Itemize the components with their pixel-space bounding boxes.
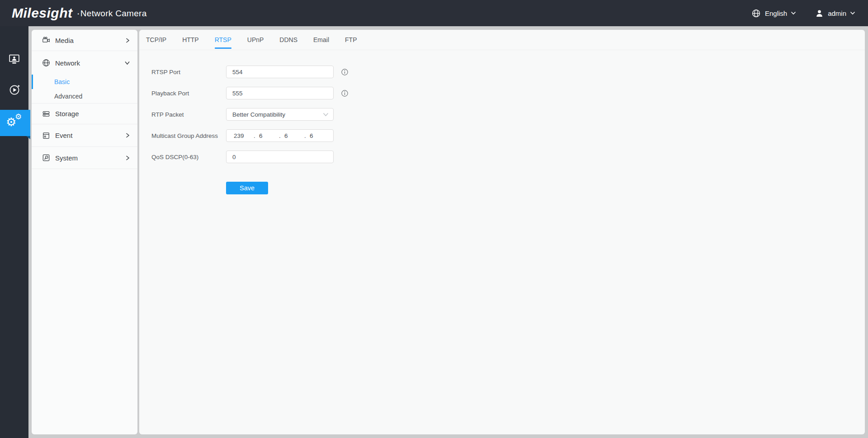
tab-ftp[interactable]: FTP: [345, 30, 357, 50]
ip-dot: .: [278, 132, 282, 139]
camera-admin-screen: Milesight · Network Camera English: [0, 0, 868, 438]
form-row-rtp-packet: RTP Packet Better Compatibility: [151, 108, 865, 121]
tab-tcpip[interactable]: TCP/IP: [146, 30, 166, 50]
form-row-rtsp-port: RTSP Port: [151, 66, 865, 78]
language-dropdown[interactable]: English: [751, 9, 796, 18]
qos-dscp-input[interactable]: [226, 151, 334, 163]
ip-octet-1[interactable]: 239: [231, 132, 253, 139]
chevron-right-icon: [125, 155, 130, 161]
ip-dot: .: [303, 132, 307, 139]
tab-email[interactable]: Email: [313, 30, 329, 50]
chevron-down-icon: [124, 60, 130, 66]
settings-nav-active[interactable]: ⚙ ⚙: [0, 110, 30, 136]
storage-icon: [42, 109, 51, 118]
icon-rail: [0, 26, 28, 438]
milesight-logo: Milesight: [12, 6, 73, 20]
multicast-ip-input[interactable]: 239 . 6 . 6 . 6: [226, 129, 334, 142]
playback-port-input[interactable]: [226, 87, 334, 99]
caret-down-icon: [850, 11, 855, 15]
user-dropdown[interactable]: admin: [815, 9, 855, 18]
topbar: Milesight · Network Camera English: [0, 0, 868, 26]
field-label: Playback Port: [151, 90, 226, 97]
form-row-qos-dscp: QoS DSCP(0-63): [151, 151, 865, 163]
caret-down-icon: [791, 11, 796, 15]
sidebar-subitem-label: Advanced: [54, 93, 82, 100]
tab-ddns[interactable]: DDNS: [279, 30, 297, 50]
field-label: RTSP Port: [151, 69, 226, 75]
info-icon[interactable]: [341, 69, 348, 75]
user-label: admin: [828, 9, 846, 17]
language-label: English: [765, 9, 787, 17]
system-icon: [42, 153, 51, 162]
ip-octet-3[interactable]: 6: [282, 132, 303, 139]
playback-icon[interactable]: [0, 79, 28, 101]
globe-icon: [751, 9, 761, 18]
sidebar-item-system[interactable]: System: [32, 147, 137, 169]
network-globe-icon: [42, 58, 51, 67]
user-icon: [815, 9, 824, 18]
product-title: Network Camera: [80, 9, 147, 19]
tab-http[interactable]: HTTP: [182, 30, 199, 50]
sidebar-item-network[interactable]: Network: [32, 51, 137, 75]
rtp-packet-select[interactable]: Better Compatibility: [226, 108, 334, 121]
sidebar-item-media[interactable]: Media: [32, 30, 137, 51]
form-row-multicast-address: Multicast Group Address 239 . 6 . 6 . 6: [151, 129, 865, 142]
save-button[interactable]: Save: [226, 182, 268, 194]
tab-rtsp[interactable]: RTSP: [215, 30, 231, 50]
sidebar-item-storage[interactable]: Storage: [32, 104, 137, 124]
chevron-right-icon: [125, 38, 130, 43]
live-view-icon[interactable]: [0, 48, 28, 70]
active-indicator-bar: [32, 75, 33, 89]
sidebar-item-label: Network: [55, 59, 80, 67]
sidebar-item-event[interactable]: Event: [32, 124, 137, 147]
ip-dot: .: [253, 132, 256, 139]
rtsp-port-input[interactable]: [226, 66, 334, 78]
sidebar-item-label: Storage: [55, 110, 79, 118]
event-icon: [42, 131, 51, 140]
ip-octet-4[interactable]: 6: [307, 132, 329, 139]
ip-octet-2[interactable]: 6: [256, 132, 278, 139]
info-icon[interactable]: [341, 90, 348, 97]
field-label: RTP Packet: [151, 111, 226, 118]
sidebar-item-label: System: [55, 154, 78, 162]
rtsp-settings-form: RTSP Port Playback Port: [139, 50, 865, 194]
media-camera-icon: [42, 36, 51, 45]
topbar-right: English admin: [751, 9, 855, 18]
settings-gears-icon-small: ⚙: [15, 113, 22, 121]
select-value: Better Compatibility: [232, 111, 285, 118]
field-label: Multicast Group Address: [151, 132, 226, 139]
sidebar-subitem-label: Basic: [54, 78, 70, 85]
tab-bar: TCP/IP HTTP RTSP UPnP DDNS Email FTP: [139, 30, 865, 50]
sidebar-item-label: Event: [55, 132, 72, 139]
sidebar-item-label: Media: [55, 37, 74, 44]
chevron-right-icon: [125, 132, 130, 138]
logo-separator: ·: [77, 9, 80, 19]
caret-down-icon: [323, 113, 329, 117]
form-row-playback-port: Playback Port: [151, 87, 865, 99]
field-label: QoS DSCP(0-63): [151, 154, 226, 160]
sidebar-subitem-basic[interactable]: Basic: [32, 75, 137, 89]
tab-upnp[interactable]: UPnP: [247, 30, 264, 50]
main-panel: TCP/IP HTTP RTSP UPnP DDNS Email FTP RTS…: [139, 30, 865, 434]
sidebar: Media Network Basic: [32, 30, 137, 434]
sidebar-subitem-advanced[interactable]: Advanced: [32, 89, 137, 104]
